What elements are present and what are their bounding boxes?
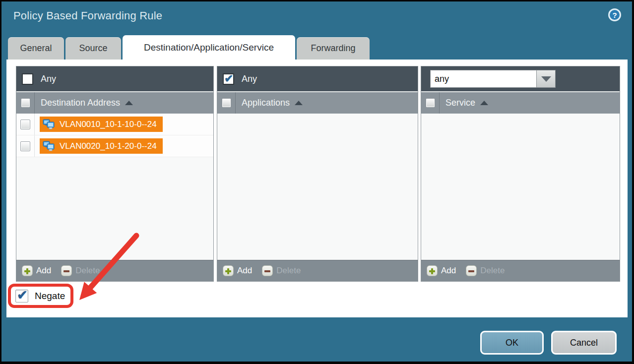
- service-list: [421, 114, 620, 260]
- add-button-label: Add: [237, 266, 252, 276]
- tab-forwarding[interactable]: Forwarding: [297, 37, 370, 60]
- header-checkbox-gutter: [217, 92, 236, 114]
- add-button[interactable]: Add: [223, 265, 252, 276]
- service-dropdown[interactable]: any: [430, 70, 556, 88]
- sort-ascending-icon: [480, 101, 488, 105]
- applications-column-header[interactable]: Applications: [242, 98, 290, 108]
- destination-footer-bar: Add Delete: [16, 260, 213, 281]
- applications-footer-bar: Add Delete: [217, 260, 418, 281]
- destination-select-all-checkbox[interactable]: [21, 98, 30, 108]
- delete-button[interactable]: Delete: [61, 265, 100, 276]
- tab-content-panel: Any Destination Address: [6, 60, 628, 317]
- tab-source[interactable]: Source: [65, 37, 121, 60]
- plus-icon: [427, 265, 438, 276]
- negate-checkbox[interactable]: [15, 290, 28, 303]
- destination-any-label: Any: [41, 74, 56, 84]
- service-any-bar: any: [421, 66, 620, 91]
- address-object-name: VLAN0010_10-1-10-0--24: [60, 120, 157, 129]
- policy-based-forwarding-rule-dialog: Policy Based Forwarding Rule ? General S…: [0, 0, 634, 364]
- destination-address-header-row: Destination Address: [16, 91, 213, 114]
- applications-header-row: Applications: [217, 91, 418, 114]
- header-checkbox-gutter: [421, 92, 440, 114]
- dialog-title: Policy Based Forwarding Rule: [13, 9, 162, 22]
- negate-label: Negate: [35, 291, 65, 302]
- table-row[interactable]: VLAN0020_10-1-20-0--24: [16, 135, 213, 157]
- service-column-header[interactable]: Service: [445, 98, 475, 108]
- ok-button[interactable]: OK: [480, 331, 544, 355]
- sort-ascending-icon: [295, 101, 303, 105]
- applications-any-label: Any: [242, 74, 257, 84]
- network-address-icon: [43, 119, 56, 130]
- chevron-down-icon: [541, 76, 551, 82]
- minus-icon: [262, 265, 273, 276]
- delete-button[interactable]: Delete: [466, 265, 505, 276]
- address-object-chip[interactable]: VLAN0010_10-1-10-0--24: [40, 117, 163, 132]
- delete-button-label: Delete: [75, 266, 100, 276]
- service-select-all-checkbox[interactable]: [426, 98, 435, 108]
- service-header-row: Service: [421, 91, 620, 114]
- destination-any-checkbox[interactable]: [22, 73, 33, 85]
- tab-bar: General Source Destination/Application/S…: [8, 35, 371, 60]
- row-checkbox[interactable]: [20, 120, 30, 129]
- row-checkbox[interactable]: [20, 141, 30, 151]
- applications-list: [217, 114, 418, 260]
- service-dropdown-button[interactable]: [537, 70, 556, 88]
- header-checkbox-gutter: [16, 92, 35, 114]
- service-column: any Service Add: [421, 66, 620, 282]
- minus-icon: [61, 265, 72, 276]
- destination-address-column-header[interactable]: Destination Address: [41, 98, 120, 108]
- add-button[interactable]: Add: [427, 265, 456, 276]
- row-checkbox-gutter: [16, 135, 35, 157]
- service-footer-bar: Add Delete: [421, 260, 620, 281]
- address-object-name: VLAN0020_10-1-20-0--24: [60, 141, 157, 151]
- destination-address-list: VLAN0010_10-1-10-0--24: [16, 114, 213, 260]
- add-button-label: Add: [441, 266, 456, 276]
- applications-any-checkbox[interactable]: [223, 73, 234, 85]
- destination-any-bar: Any: [16, 66, 213, 91]
- add-button[interactable]: Add: [22, 265, 51, 276]
- destination-address-column: Any Destination Address: [16, 66, 214, 282]
- plus-icon: [22, 265, 33, 276]
- sort-ascending-icon: [125, 101, 133, 105]
- applications-select-all-checkbox[interactable]: [222, 98, 231, 108]
- delete-button-label: Delete: [276, 266, 301, 276]
- address-object-chip[interactable]: VLAN0020_10-1-20-0--24: [40, 138, 163, 154]
- delete-button[interactable]: Delete: [262, 265, 301, 276]
- tab-destination-application-service[interactable]: Destination/Application/Service: [123, 35, 295, 60]
- tab-general[interactable]: General: [8, 37, 64, 60]
- negate-row: Negate: [15, 290, 65, 303]
- network-address-icon: [43, 141, 56, 152]
- applications-any-bar: Any: [217, 66, 418, 91]
- table-row[interactable]: VLAN0010_10-1-10-0--24: [16, 114, 213, 135]
- cancel-button[interactable]: Cancel: [551, 331, 617, 355]
- add-button-label: Add: [36, 266, 51, 276]
- row-checkbox-gutter: [16, 114, 35, 135]
- help-icon[interactable]: ?: [608, 8, 621, 21]
- delete-button-label: Delete: [480, 266, 505, 276]
- applications-column: Any Applications Add Delete: [217, 66, 418, 282]
- minus-icon: [466, 265, 477, 276]
- plus-icon: [223, 265, 234, 276]
- service-dropdown-value[interactable]: any: [430, 70, 537, 88]
